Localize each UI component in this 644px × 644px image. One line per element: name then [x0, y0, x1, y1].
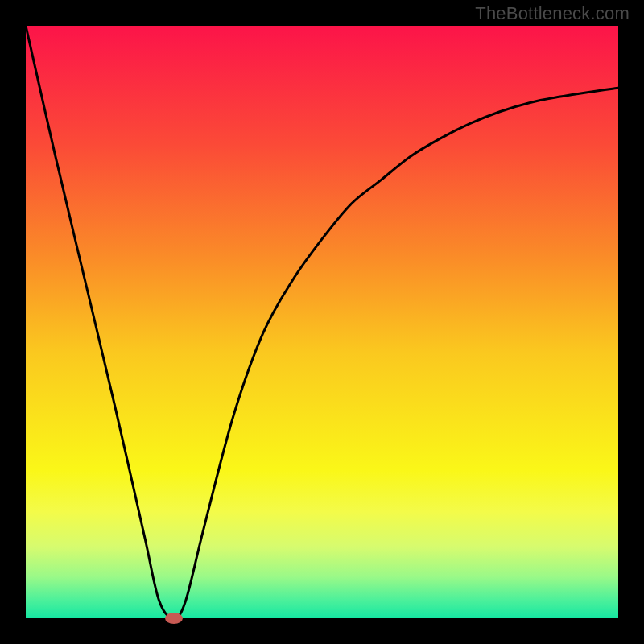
optimal-point-marker — [165, 613, 183, 624]
bottleneck-chart — [0, 0, 644, 644]
plot-background — [26, 26, 618, 618]
watermark-text: TheBottleneck.com — [475, 3, 630, 24]
chart-frame: TheBottleneck.com — [0, 0, 644, 644]
